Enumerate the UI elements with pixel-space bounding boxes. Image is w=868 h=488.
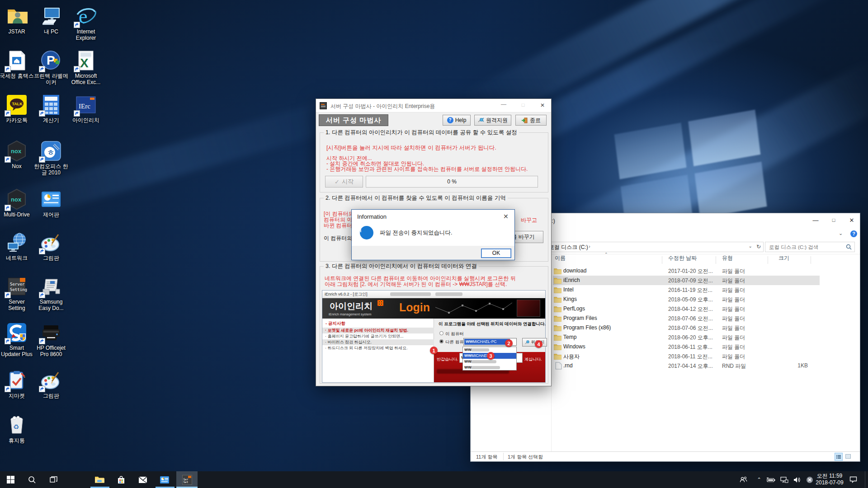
wizard-close-icon[interactable]: ✕ — [536, 102, 549, 108]
desktop-icon-paint1[interactable]: 그림판 — [34, 232, 68, 261]
wizard-minimize-icon[interactable]: — — [497, 101, 510, 108]
desktop-icon-ms-excel[interactable]: XMicrosoft Office Exc... — [69, 50, 103, 85]
file-row[interactable]: Windows2018-06-11 오후...파일 폴더 — [553, 342, 820, 352]
close-button[interactable]: ✕ — [843, 213, 861, 227]
notice-item[interactable]: · 하드디스크 외 다른 저장장치에 백업 하세요. — [322, 345, 434, 351]
dropdown-item[interactable]: ₩₩ — [463, 365, 516, 371]
desktop-icon-network[interactable]: 네트워크 — [0, 232, 34, 261]
file-row[interactable]: Kings2018-05-09 오후...파일 폴더 — [553, 295, 820, 304]
tray-status-icon[interactable] — [804, 471, 816, 488]
desktop-icon-calculator[interactable]: 계산기 — [34, 94, 68, 123]
ribbon-collapse-icon[interactable]: ⌄ — [839, 230, 843, 236]
address-bar[interactable]: › 로컬 디스크 (C:) › ⌄ ↻ — [538, 242, 764, 252]
desktop-icon-smart-updater[interactable]: Smart Updater Plus — [0, 322, 34, 357]
address-dropdown-icon[interactable]: ⌄ — [749, 244, 752, 249]
desktop-icon-printec[interactable]: P프린텍 라벨메이커 — [34, 50, 68, 85]
desktop-icon-label: 그림판 — [34, 393, 68, 399]
radio-this-computer[interactable]: 이 컴퓨터 — [439, 331, 464, 337]
desktop-icon-hancom[interactable]: ㅎ한컴오피스 한글 2010 — [34, 140, 68, 176]
notice-item[interactable]: · 바이러스 점검 하십시오. — [322, 339, 434, 345]
desktop-icon-server-setting[interactable]: ServerSettingServer Setting — [0, 276, 34, 311]
desktop-icon-gmarket[interactable]: 지마켓 — [0, 370, 34, 399]
shortcut-arrow-icon — [39, 338, 45, 344]
desktop-icon-ienrich[interactable]: IErc아이인리치 — [69, 94, 103, 123]
file-type: 파일 폴더 — [722, 286, 745, 294]
file-row[interactable]: Temp2018-06-20 오후...파일 폴더 — [553, 333, 820, 342]
details-view-button[interactable] — [835, 453, 843, 461]
help-icon[interactable]: ? — [850, 230, 857, 237]
tray-people-icon[interactable] — [738, 471, 749, 488]
file-row[interactable]: Program Files2018-07-06 오전...파일 폴더 — [553, 314, 820, 323]
start-button[interactable] — [0, 471, 21, 488]
minimize-button[interactable]: — — [807, 213, 825, 227]
file-row[interactable]: 사용자2018-06-11 오전...파일 폴더 — [553, 352, 820, 361]
search-placeholder: 로컬 디스크 (C:) 검색 — [769, 244, 818, 251]
wizard-title: 서버 구성 마법사 - 아이인리치 Enterprise용 — [330, 103, 435, 110]
kakaotalk-icon: TALK — [6, 94, 28, 116]
tray-clock[interactable]: 오전 11:592018-07-09 — [816, 473, 844, 487]
start-button[interactable]: ✓시작 — [325, 176, 363, 188]
desktop-icon-nox[interactable]: noxNox — [0, 140, 34, 169]
thumbnail-view-button[interactable] — [844, 453, 853, 461]
help-button[interactable]: ?Help — [443, 115, 471, 126]
task-view-button[interactable] — [43, 471, 64, 488]
taskbar-server-setting-icon[interactable]: SerSet — [176, 471, 198, 488]
desktop-icon-hometax[interactable]: Hom국세청 홈택스 — [0, 50, 34, 79]
tray-network-icon[interactable] — [778, 471, 790, 488]
desktop-icon-multi-drive[interactable]: noxMulti-Drive — [0, 188, 34, 218]
marker-1: 1 — [430, 347, 438, 354]
column-header-type[interactable]: 유형 — [722, 254, 733, 262]
column-header-size[interactable]: 크기 — [778, 254, 789, 262]
tray-battery-icon[interactable] — [765, 471, 777, 488]
tray-chevron-up-icon[interactable]: ⌃ — [754, 471, 764, 488]
file-row[interactable]: Intel2016-11-19 오전...파일 폴더 — [553, 285, 820, 295]
search-box[interactable]: 로컬 디스크 (C:) 검색 — [765, 242, 855, 252]
taskbar-store-icon[interactable] — [111, 471, 132, 488]
wizard-maximize-icon[interactable]: □ — [516, 102, 530, 108]
marker-2: 2 — [505, 339, 513, 347]
file-row[interactable]: Program Files (x86)2018-07-06 오전...파일 폴더 — [553, 323, 820, 333]
notice-item[interactable]: · 포멧및 새로운 pc에 아이인리치 재설치 방법. — [322, 328, 434, 333]
file-row[interactable]: PerfLogs2018-04-12 오전...파일 폴더 — [553, 304, 820, 314]
desktop-icon-samsung-easy[interactable]: Samsung Easy Do... — [34, 276, 68, 311]
breadcrumb[interactable]: 로컬 디스크 (C:) — [549, 244, 588, 251]
search-button[interactable] — [22, 471, 42, 488]
desktop-icon-hp-officejet[interactable]: HP Officejet Pro 8600 — [34, 322, 68, 357]
desktop-icon-internet-explorer[interactable]: eInternet Explorer — [69, 5, 103, 41]
shortcut-arrow-icon — [39, 248, 45, 254]
file-row[interactable]: download2017-01-20 오전...파일 폴더 — [553, 266, 820, 276]
desktop-icon-recycle-bin[interactable]: ♻휴지통 — [0, 414, 34, 444]
ok-button[interactable]: OK — [481, 249, 511, 258]
desktop-icon-jstar[interactable]: JSTAR — [0, 5, 34, 35]
column-header-name[interactable]: 이름 — [555, 254, 566, 262]
desktop-icon-paint2[interactable]: 그림판 — [34, 370, 68, 399]
desktop: JSTAR내 PCeInternet ExplorerHom국세청 홈택스P프린… — [0, 0, 868, 488]
desktop-icon-kakaotalk[interactable]: TALK카카오톡 — [0, 94, 34, 123]
column-header-date[interactable]: 수정한 날짜 — [668, 254, 697, 262]
desktop-icon-label: Server Setting — [0, 299, 34, 311]
start-check-icon: ✓ — [335, 178, 340, 185]
jstar-icon — [6, 5, 28, 27]
mini-brand: 아이인리치 — [330, 300, 373, 312]
gmarket-icon — [6, 370, 28, 391]
exit-button[interactable]: 종료 — [515, 115, 547, 126]
tray-volume-icon[interactable] — [791, 471, 803, 488]
taskbar-mail-icon[interactable] — [132, 471, 153, 488]
folder-icon — [554, 343, 561, 351]
file-row[interactable]: iEnrich2018-07-09 오전...파일 폴더 — [553, 276, 820, 285]
show-desktop-button[interactable] — [865, 471, 868, 488]
file-row[interactable]: .rnd2017-04-14 오후...RND 파일1KB — [553, 361, 820, 371]
taskbar-control-panel-icon[interactable] — [154, 471, 175, 488]
remote-support-button[interactable]: 원격지원 — [474, 115, 511, 126]
dropdown-item[interactable]: ₩₩ — [463, 359, 516, 365]
file-name: Program Files (x86) — [563, 324, 611, 331]
maximize-button[interactable]: □ — [825, 213, 843, 227]
desktop-icon-control-panel[interactable]: 제어판 — [34, 188, 68, 218]
refresh-icon[interactable]: ↻ — [756, 244, 761, 250]
svg-text:P: P — [47, 53, 55, 67]
notice-item[interactable]: · 홈페이지 묻고답하기에 글쓰기가 안되면... — [322, 333, 434, 339]
taskbar-explorer-icon[interactable] — [89, 471, 110, 488]
info-close-icon[interactable]: ✕ — [503, 213, 509, 220]
action-center-icon[interactable] — [846, 471, 860, 488]
desktop-icon-my-pc[interactable]: 내 PC — [34, 5, 68, 35]
